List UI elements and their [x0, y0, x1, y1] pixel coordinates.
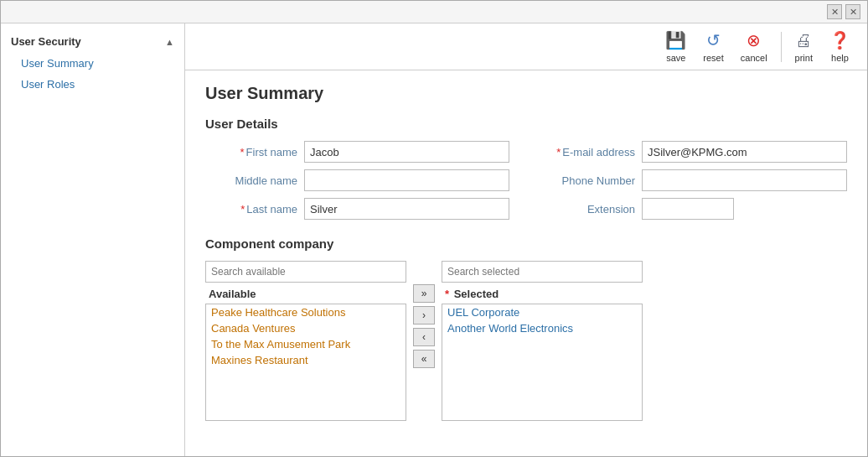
sidebar: User Security ▲ User Summary User Roles	[1, 23, 185, 456]
middle-name-row: Middle name	[205, 169, 509, 191]
list-item[interactable]: To the Max Amusement Park	[206, 336, 406, 352]
add-button[interactable]: ›	[413, 306, 435, 325]
list-item[interactable]: Canada Ventures	[206, 320, 406, 336]
email-label: *E-mail address	[543, 146, 635, 158]
toolbar-group-left: 💾 save ↺ reset ⊗ cancel	[662, 29, 770, 65]
title-bar: ✕ ✕	[1, 1, 867, 23]
extension-label: Extension	[543, 203, 635, 216]
middle-name-label: Middle name	[205, 174, 297, 187]
chevron-up-icon: ▲	[165, 37, 174, 47]
selected-list[interactable]: UEL Corporate Another World Electronics	[442, 304, 643, 421]
remove-button[interactable]: ‹	[413, 328, 435, 346]
user-details-title: User Details	[205, 117, 847, 131]
list-item[interactable]: Maxines Restaurant	[206, 352, 406, 368]
app-window: ✕ ✕ User Security ▲ User Summary User Ro…	[0, 0, 868, 457]
sidebar-item-user-summary[interactable]: User Summary	[1, 53, 184, 74]
list-item[interactable]: UEL Corporate	[442, 304, 642, 320]
print-button[interactable]: 🖨 print	[792, 29, 816, 65]
last-name-required: *	[240, 203, 245, 216]
user-details-form: *First name Middle name *L	[205, 141, 847, 220]
first-name-required: *	[240, 146, 245, 158]
help-button[interactable]: ❓ help	[826, 29, 854, 65]
first-name-row: *First name	[205, 141, 509, 163]
sidebar-section-label: User Security	[11, 35, 81, 48]
remove-all-button[interactable]: «	[413, 350, 435, 368]
phone-input[interactable]	[642, 169, 847, 191]
toolbar-separator	[781, 32, 782, 62]
extension-input[interactable]	[642, 198, 734, 220]
phone-label: Phone Number	[543, 174, 635, 187]
email-row: *E-mail address	[543, 141, 847, 163]
save-icon: 💾	[665, 30, 686, 50]
component-company-title: Component company	[205, 236, 847, 251]
close-button[interactable]: ✕	[845, 4, 860, 19]
email-input[interactable]	[642, 141, 847, 163]
last-name-row: *Last name	[205, 198, 509, 220]
content-area: 💾 save ↺ reset ⊗ cancel 🖨	[185, 23, 867, 456]
phone-row: Phone Number	[543, 169, 847, 191]
add-all-button[interactable]: »	[413, 284, 435, 303]
available-header: Available	[205, 286, 406, 302]
reset-icon: ↺	[706, 30, 721, 50]
toolbar: 💾 save ↺ reset ⊗ cancel 🖨	[185, 23, 867, 70]
available-list[interactable]: Peake Healthcare Solutions Canada Ventur…	[205, 304, 406, 421]
email-required: *	[556, 146, 561, 158]
cancel-button[interactable]: ⊗ cancel	[737, 29, 771, 65]
print-icon: 🖨	[795, 31, 812, 50]
search-selected-input[interactable]	[442, 261, 643, 283]
list-item[interactable]: Another World Electronics	[442, 320, 642, 336]
save-button[interactable]: 💾 save	[662, 29, 690, 65]
last-name-label: *Last name	[205, 203, 297, 216]
middle-name-input[interactable]	[304, 169, 509, 191]
first-name-label: *First name	[205, 146, 297, 158]
reset-button[interactable]: ↺ reset	[700, 29, 726, 65]
cancel-icon: ⊗	[747, 30, 761, 50]
transfer-section: Available Peake Healthcare Solutions Can…	[205, 261, 847, 421]
transfer-container: Available Peake Healthcare Solutions Can…	[205, 261, 847, 421]
search-available-input[interactable]	[205, 261, 406, 283]
list-item[interactable]: Peake Healthcare Solutions	[206, 304, 406, 320]
selected-box: * Selected UEL Corporate Another World E…	[442, 261, 643, 421]
transfer-buttons: » › ‹ «	[410, 261, 438, 368]
selected-required: *	[445, 288, 449, 300]
pin-button[interactable]: ✕	[827, 4, 842, 19]
selected-header: * Selected	[442, 286, 643, 302]
first-name-input[interactable]	[304, 141, 509, 163]
form-col-left: *First name Middle name *L	[205, 141, 509, 220]
extension-row: Extension	[543, 198, 847, 220]
toolbar-group-right: 🖨 print ❓ help	[792, 29, 854, 65]
page-content: User Summary User Details *First name	[185, 70, 867, 456]
sidebar-item-user-roles[interactable]: User Roles	[1, 74, 184, 95]
form-col-right: *E-mail address Phone Number	[543, 141, 847, 220]
sidebar-section-user-security[interactable]: User Security ▲	[1, 30, 184, 53]
available-box: Available Peake Healthcare Solutions Can…	[205, 261, 406, 421]
page-title: User Summary	[205, 84, 847, 103]
main-layout: User Security ▲ User Summary User Roles …	[1, 23, 867, 456]
help-icon: ❓	[829, 30, 850, 50]
last-name-input[interactable]	[304, 198, 509, 220]
